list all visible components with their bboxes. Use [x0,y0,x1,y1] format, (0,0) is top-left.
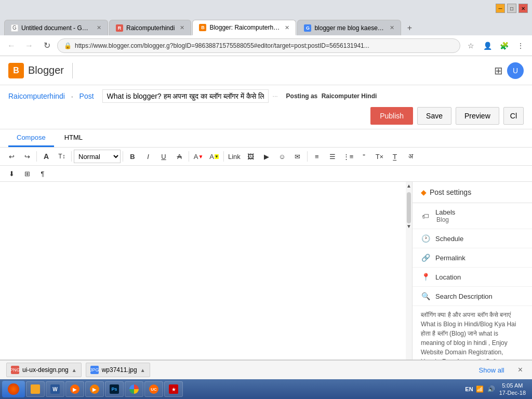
show-all-button[interactable]: Show all [473,364,511,376]
tab-untitled-doc[interactable]: G Untitled document - Goo... ✕ [4,20,108,35]
settings-location[interactable]: 📍 Location [413,268,532,287]
profile-avatar[interactable]: U [507,62,524,79]
start-button[interactable] [2,381,25,397]
tab-close-2[interactable]: ✕ [180,24,184,31]
strikethrough-button[interactable]: A̶ [172,150,187,163]
close-window-button[interactable]: ✕ [518,4,528,13]
editor-content[interactable] [0,182,412,358]
tab-close-3[interactable]: ✕ [285,24,289,31]
publish-button[interactable]: Publish [370,107,413,125]
tab-html[interactable]: HTML [56,129,91,147]
spellcheck-button[interactable]: T̲ [388,150,402,163]
tab-google[interactable]: G blogger me blog kaese ba... ✕ [297,20,401,35]
undo-button[interactable]: ↩ [4,150,19,163]
minimize-button[interactable]: ─ [496,4,505,13]
labels-label: Labels [435,208,455,216]
settings-schedule[interactable]: 🕐 Schedule [413,229,532,248]
download-label-1: ui-ux-design.png [22,366,69,374]
taskbar-app-word[interactable]: W [46,381,64,397]
taskbar-system-icons: EN 📶 🔊 [465,384,496,394]
taskbar-app-misc[interactable]: ★ [164,381,183,397]
maximize-button[interactable]: □ [507,4,516,13]
volume-icon: 🔊 [487,384,496,394]
taskbar-app-photoshop[interactable]: Ps [105,381,124,397]
posting-as-name: Raicomputer Hindi [322,92,377,100]
indent-button[interactable]: ⬇ [4,167,19,180]
unordered-list-button[interactable]: ⋮≡ [341,150,356,163]
post-title-input[interactable] [102,89,269,103]
download-chevron-1[interactable]: ▲ [72,367,77,373]
forward-button[interactable]: → [22,38,36,53]
header-divider [72,63,73,78]
url-bar[interactable]: 🔒 https://www.blogger.com/blogger.g?blog… [57,38,460,53]
taskbar-app-uc[interactable]: UC [144,381,163,397]
search-desc-label: Search Description [435,292,493,300]
extension-button[interactable]: 🧩 [497,38,511,53]
highlight-color-button[interactable]: A▼ [207,150,221,163]
tab-blogger-active[interactable]: B Blogger: Raicomputerhindo... ✕ [192,20,296,35]
underline-button[interactable]: U [156,150,171,163]
browser-chrome: ─ □ ✕ G Untitled document - Goo... ✕ R R… [0,0,532,56]
emoji-button[interactable]: ☺ [275,150,289,163]
paragraph-button[interactable]: ¶ [35,167,50,180]
download-item-1[interactable]: PNG ui-ux-design.png ▲ [6,363,82,377]
start-icon [8,383,19,395]
font-size-button[interactable]: T↕ [55,150,69,163]
tab-compose[interactable]: Compose [8,129,54,147]
tab-favicon-4: G [304,24,311,32]
profile-button[interactable]: 👤 [480,38,495,53]
new-tab-button[interactable]: + [402,21,417,35]
editor-vertical-scrollbar[interactable]: ▲ ▼ [406,182,412,376]
bookmark-button[interactable]: ☆ [463,38,478,53]
schedule-label: Schedule [435,235,463,243]
taskbar-right: EN 📶 🔊 5:05 AM 17-Dec-18 [465,382,530,397]
blogger-header: B Blogger ⊞ U [0,56,532,85]
download-item-2[interactable]: JPG wp37411.jpg ▲ [86,363,150,377]
apps-icon[interactable]: ⊞ [494,64,503,77]
scroll-thumb[interactable] [407,192,411,223]
image-button[interactable]: 🖼 [244,150,258,163]
blog-title-link[interactable]: Raicomputerhindi [8,92,65,100]
settings-permalink[interactable]: 🔗 Permalink [413,248,532,268]
search-desc-icon: 🔍 [421,292,430,300]
tab-close-1[interactable]: ✕ [97,24,101,31]
title-overflow-indicator: ··· [273,92,278,100]
tab-close-4[interactable]: ✕ [390,24,394,31]
align-center-button[interactable]: ⊞ [20,167,34,180]
taskbar-app-media[interactable]: ▶ [65,381,84,397]
font-color-button[interactable]: A▼ [191,150,206,163]
separator-3 [123,151,123,162]
scroll-down-arrow[interactable]: ▼ [406,222,412,230]
italic-button[interactable]: I [141,150,155,163]
post-dot: · [71,92,73,100]
link-button[interactable]: Link [226,150,243,163]
settings-labels[interactable]: 🏷 Labels Blog [413,203,532,229]
align-button[interactable]: ≡ [310,150,324,163]
download-chevron-2[interactable]: ▲ [140,367,145,373]
scroll-up-arrow[interactable]: ▲ [406,182,412,189]
video-button[interactable]: ▶ [259,150,274,163]
preview-button[interactable]: Preview [456,107,499,125]
blockquote-button[interactable]: " [356,150,371,163]
rtl-button[interactable]: अ [403,150,418,163]
settings-search-desc-header[interactable]: 🔍 Search Description [413,287,532,306]
paragraph-format-select[interactable]: Normal Heading 1 Heading 2 Heading 3 [74,150,121,163]
tab-favicon-2: R [116,24,123,32]
clear-format-button[interactable]: T× [372,150,387,163]
taskbar-app-chrome[interactable] [125,381,143,397]
close-download-bar-button[interactable]: × [515,364,526,376]
font-button[interactable]: A [39,150,54,163]
address-bar: ← → ↻ 🔒 https://www.blogger.com/blogger.… [0,35,532,56]
bold-button[interactable]: B [125,150,140,163]
special-chars-button[interactable]: ✉ [290,150,305,163]
close-editor-button[interactable]: Cl [503,107,524,125]
save-button[interactable]: Save [417,107,451,125]
ordered-list-button[interactable]: ☰ [325,150,340,163]
more-button[interactable]: ⋮ [513,38,528,53]
back-button[interactable]: ← [4,38,19,53]
taskbar-app-vlc[interactable]: ▶ [85,381,104,397]
refresh-button[interactable]: ↻ [39,38,54,53]
redo-button[interactable]: ↪ [20,150,34,163]
taskbar-app-explorer[interactable] [26,381,45,397]
tab-raicomputer[interactable]: R Raicomputerhindi ✕ [109,20,191,35]
